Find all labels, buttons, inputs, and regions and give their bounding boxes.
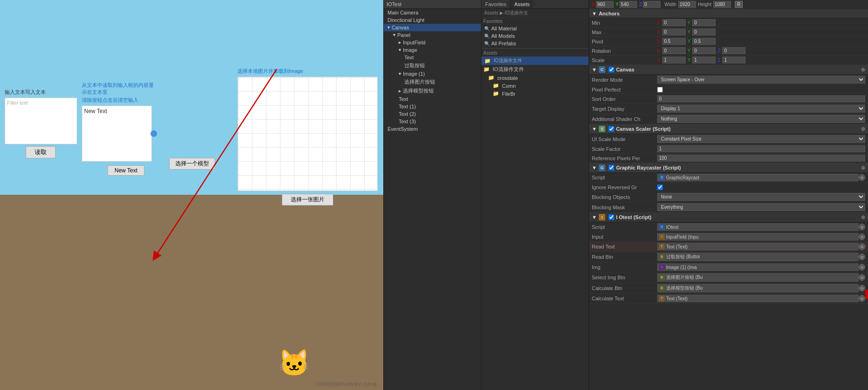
input-field-value: I InputField (Inpu xyxy=(657,233,859,241)
img-circle[interactable]: ⊙ xyxy=(859,264,865,270)
plug-folder-label: IO流操作文件 xyxy=(493,66,524,73)
io-folder-label: IO流操作文件 xyxy=(494,57,522,64)
hier-item-9[interactable]: 选择图片按钮 xyxy=(384,78,481,86)
shader-select[interactable]: Nothing xyxy=(657,115,865,123)
hier-item-8[interactable]: ▼Image (1) xyxy=(384,70,481,78)
anchor-max-x[interactable] xyxy=(662,28,686,35)
input-field-row: Input I InputField (Inpu ⊙ xyxy=(589,232,868,242)
height-input[interactable] xyxy=(713,1,731,8)
blocking-objects-row: Blocking Objects None xyxy=(589,192,868,202)
inspector-panel: X Y Z Width Height R ▼ Anchors Min X Y M… xyxy=(589,0,868,390)
assets-filebr-folder[interactable]: 📁 FileBr xyxy=(481,90,588,98)
blocking-mask-select[interactable]: Everything xyxy=(657,203,865,211)
hierarchy-panel: IOTest Main CameraDirectional Light▼Canv… xyxy=(383,0,481,390)
image-panel xyxy=(237,77,378,191)
scale-y[interactable] xyxy=(692,57,716,64)
anchor-max-y[interactable] xyxy=(692,28,716,35)
hier-item-13[interactable]: Text (2) xyxy=(384,110,481,118)
pos-z-input[interactable] xyxy=(643,1,660,8)
iotest-checkbox[interactable] xyxy=(609,214,614,220)
read-btn-circle[interactable]: ⊙ xyxy=(859,254,865,260)
anchor-min-y[interactable] xyxy=(692,19,716,26)
hier-item-11[interactable]: Text xyxy=(384,95,481,103)
fav-all-prefabs[interactable]: 🔍 All Prefabs xyxy=(481,40,588,47)
assets-plug-folder[interactable]: 📁 IO流操作文件 xyxy=(481,65,588,74)
calculate-text-row: Calculate Text T Text (Text) ⊙ xyxy=(589,294,868,304)
raycaster-script-circle[interactable]: ⊙ xyxy=(859,174,865,181)
tab-assets[interactable]: Assets xyxy=(510,0,533,8)
assets-crosstale-folder[interactable]: 📁 crosstale xyxy=(481,74,588,82)
ui-scale-select[interactable]: Constant Pixel Size xyxy=(657,135,865,143)
hier-item-7[interactable]: 过取按钮 xyxy=(384,61,481,70)
ignore-reversed-checkbox[interactable] xyxy=(657,184,663,190)
select-img-circle[interactable]: ⊙ xyxy=(859,274,865,281)
pos-x-input[interactable] xyxy=(596,1,614,8)
iotest-icon: I xyxy=(599,214,605,220)
canvas-enabled-checkbox[interactable] xyxy=(609,67,614,72)
blue-link-label: 清除按钮点击后清空输入 xyxy=(82,97,157,104)
calculate-btn-circle[interactable]: ⊙ xyxy=(859,285,865,291)
read-text-circle[interactable]: ⊙ xyxy=(859,243,865,250)
new-text2-label[interactable]: New Text xyxy=(108,165,144,176)
read-btn-field-row: Read Btn B 过取按钮 (Buttor ⊙ xyxy=(589,252,868,262)
ref-pixels-input[interactable] xyxy=(657,155,865,162)
hier-item-3[interactable]: ▼Panel xyxy=(384,31,481,39)
hier-item-5[interactable]: ▼Image xyxy=(384,46,481,54)
scene-panel: 输入文本写入文本 Filler text 读取 从文本中读取到输入框的内容显示在… xyxy=(0,0,383,390)
canvas-scaler-icon: S xyxy=(599,126,605,132)
blocking-objects-select[interactable]: None xyxy=(657,193,865,201)
read-button[interactable]: 读取 xyxy=(26,146,56,158)
iotest-script-circle[interactable]: ⊙ xyxy=(859,224,865,230)
anchor-min-x[interactable] xyxy=(662,19,686,26)
select-model-button[interactable]: 选择一个模型 xyxy=(169,158,215,170)
scale-factor-input[interactable] xyxy=(657,145,865,152)
sort-order-input[interactable] xyxy=(657,95,865,102)
target-display-select[interactable]: Display 1 xyxy=(657,105,865,113)
target-display-row: Target Display Display 1 xyxy=(589,104,868,114)
width-input[interactable] xyxy=(678,1,696,8)
select-image-button[interactable]: 选择一张图片 xyxy=(282,194,333,206)
iotest-script-row: Script S IOtest ⊙ xyxy=(589,222,868,232)
fav-all-models[interactable]: 🔍 All Models xyxy=(481,32,588,40)
pivot-y[interactable] xyxy=(692,38,716,45)
assets-section-label: Assets xyxy=(481,50,588,57)
scale-z[interactable] xyxy=(722,57,746,64)
image-select-label: 选择本地图片并加载到Image xyxy=(237,68,378,75)
rot-z[interactable] xyxy=(722,47,746,54)
pivot-x[interactable] xyxy=(662,38,686,45)
scale-x[interactable] xyxy=(662,57,686,64)
pixel-perfect-checkbox[interactable] xyxy=(657,87,663,92)
assets-io-folder[interactable]: 📁 IO流操作文件 xyxy=(481,57,588,65)
rot-y[interactable] xyxy=(692,47,716,54)
assets-comn-folder[interactable]: 📁 Comn xyxy=(481,82,588,90)
pos-y-input[interactable] xyxy=(619,1,637,8)
raycaster-checkbox[interactable] xyxy=(609,165,614,170)
hier-item-6[interactable]: Text xyxy=(384,54,481,61)
graphic-raycaster-section: ▼ G Graphic Raycaster (Script) ⚙ xyxy=(589,163,868,173)
canvas-scaler-checkbox[interactable] xyxy=(609,126,614,132)
calculate-btn-row: Calculate Btn B 选择模型按钮 (Bu ⊙ xyxy=(589,283,868,294)
hier-item-0[interactable]: Main Camera xyxy=(384,9,481,16)
render-mode-select[interactable]: Screen Space - Over xyxy=(657,76,865,84)
hier-item-10[interactable]: ►选择模型按钮 xyxy=(384,86,481,95)
calculate-text-value: T Text (Text) xyxy=(657,295,859,302)
red-arrow-indicator xyxy=(865,290,868,299)
input-circle[interactable]: ⊙ xyxy=(859,234,865,240)
r-button[interactable]: R xyxy=(735,1,743,8)
hier-item-14[interactable]: Text (3) xyxy=(384,118,481,125)
canvas-icon: C xyxy=(599,66,605,73)
scale-factor-row: Scale Factor xyxy=(589,144,868,154)
hier-item-4[interactable]: ►InputField xyxy=(384,39,481,46)
calculate-text-circle[interactable]: ⊙ xyxy=(859,295,865,302)
hier-item-2[interactable]: ▼Canvas xyxy=(384,24,481,31)
hierarchy-list: Main CameraDirectional Light▼Canvas▼Pane… xyxy=(384,9,481,133)
tab-favorites[interactable]: Favorites xyxy=(481,0,510,8)
rot-x[interactable] xyxy=(662,47,686,54)
ref-pixels-row: Reference Pixels Per xyxy=(589,154,868,163)
read-text-field-row: Read Text T Text (Text) ⊙ xyxy=(589,242,868,252)
new-text-label: New Text xyxy=(84,108,107,114)
hier-item-1[interactable]: Directional Light xyxy=(384,16,481,24)
hier-item-12[interactable]: Text (1) xyxy=(384,103,481,110)
hier-item-15[interactable]: EventSystem xyxy=(384,125,481,133)
fav-all-materials[interactable]: 🔍 All Material xyxy=(481,25,588,32)
